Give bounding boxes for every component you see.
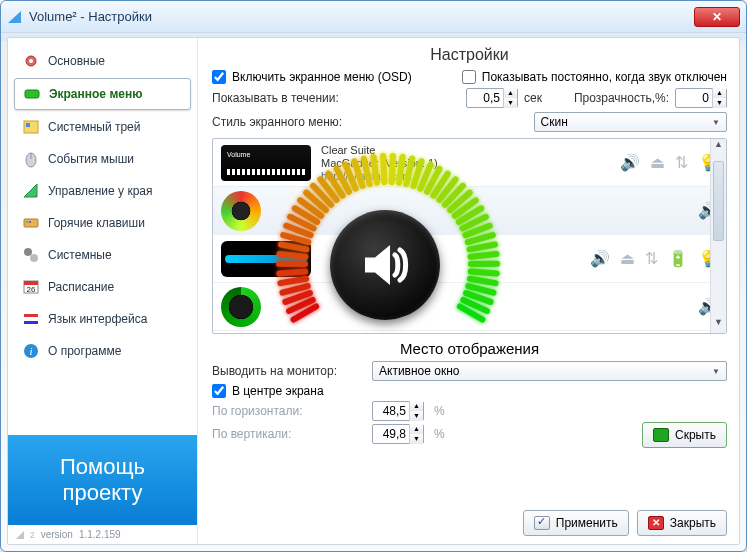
sidebar-item-label: О программе xyxy=(48,344,121,358)
show-when-muted-input[interactable] xyxy=(462,70,476,84)
style-select[interactable]: Скин ▼ xyxy=(534,112,727,132)
hide-button[interactable]: Скрыть xyxy=(642,422,727,448)
skin-url[interactable]: http:// viantart.com xyxy=(321,170,610,182)
window-close-button[interactable]: ✕ xyxy=(694,7,740,27)
svg-marker-0 xyxy=(8,11,21,23)
settings-icon xyxy=(22,52,40,70)
sidebar-item-language[interactable]: Язык интерфейса xyxy=(14,304,191,334)
sidebar-item-system[interactable]: Системные xyxy=(14,240,191,270)
scroll-thumb[interactable] xyxy=(713,161,724,241)
usb-icon: ⇅ xyxy=(645,249,658,268)
percent-label: % xyxy=(434,404,445,418)
sidebar-item-label: Экранное меню xyxy=(49,87,142,101)
show-when-muted-label: Показывать постоянно, когда звук отключе… xyxy=(482,70,727,84)
sidebar-item-schedule[interactable]: 26 Расписание xyxy=(14,272,191,302)
sidebar-item-label: Основные xyxy=(48,54,105,68)
close-icon: ✕ xyxy=(712,10,722,24)
duration-unit: сек xyxy=(524,91,542,105)
sidebar-item-hotkeys[interactable]: Горячие клавиши xyxy=(14,208,191,238)
horiz-spinner[interactable]: ▲▼ xyxy=(372,401,424,421)
skin-row[interactable]: Volume Clear Suite MacGadger (Version: 1… xyxy=(213,139,726,187)
spin-down-icon[interactable]: ▼ xyxy=(409,411,423,421)
vert-input[interactable] xyxy=(373,427,409,441)
scroll-up-icon[interactable]: ▲ xyxy=(711,139,726,155)
enable-osd-input[interactable] xyxy=(212,70,226,84)
skin-row[interactable]: 🔊 xyxy=(213,283,726,331)
spin-down-icon[interactable]: ▼ xyxy=(409,434,423,444)
spin-up-icon[interactable]: ▲ xyxy=(712,88,726,98)
duration-input[interactable] xyxy=(467,91,503,105)
mouse-icon xyxy=(22,150,40,168)
transparency-input[interactable] xyxy=(676,91,712,105)
skin-row[interactable]: 🔊 xyxy=(213,187,726,235)
sidebar-item-osd[interactable]: Экранное меню xyxy=(14,78,191,110)
sidebar-item-label: Системный трей xyxy=(48,120,141,134)
svg-rect-18 xyxy=(24,314,38,317)
spin-down-icon[interactable]: ▼ xyxy=(712,98,726,108)
transparency-label: Прозрачность,%: xyxy=(574,91,669,105)
sidebar-item-mouse[interactable]: События мыши xyxy=(14,144,191,174)
donate-button[interactable]: Помощь проекту xyxy=(8,435,197,525)
spin-up-icon[interactable]: ▲ xyxy=(503,88,517,98)
spin-up-icon[interactable]: ▲ xyxy=(409,424,423,434)
close-button[interactable]: Закрыть xyxy=(637,510,727,536)
chevron-down-icon: ▼ xyxy=(712,367,720,376)
sidebar-item-label: Расписание xyxy=(48,280,114,294)
svg-point-12 xyxy=(24,248,32,256)
sidebar-item-about[interactable]: i О программе xyxy=(14,336,191,366)
close-label: Закрыть xyxy=(670,516,716,530)
sidebar-item-label: Системные xyxy=(48,248,112,262)
svg-rect-10 xyxy=(26,221,28,223)
checkbox-show-when-muted[interactable]: Показывать постоянно, когда звук отключе… xyxy=(462,70,727,84)
version-footer: 2 version 1.1.2.159 xyxy=(8,525,197,544)
sidebar-item-edge[interactable]: Управление у края xyxy=(14,176,191,206)
titlebar: Volume² - Настройки ✕ xyxy=(1,1,746,33)
checkbox-center-screen[interactable]: В центре экрана xyxy=(212,384,324,398)
monitor-selected: Активное окно xyxy=(379,364,460,378)
apply-label: Применить xyxy=(556,516,618,530)
sidebar-item-general[interactable]: Основные xyxy=(14,46,191,76)
checkbox-enable-osd[interactable]: Включить экранное меню (OSD) xyxy=(212,70,412,84)
svg-rect-3 xyxy=(25,90,39,98)
center-screen-input[interactable] xyxy=(212,384,226,398)
horiz-label: По горизонтали: xyxy=(212,404,362,418)
version-icon xyxy=(16,531,24,539)
sidebar-item-tray[interactable]: Системный трей xyxy=(14,112,191,142)
version-number: 1.1.2.159 xyxy=(79,529,121,540)
osd-icon xyxy=(23,85,41,103)
eject-icon: ⏏ xyxy=(650,153,665,172)
scrollbar[interactable]: ▲ ▼ xyxy=(710,139,726,333)
duration-label: Показывать в течении: xyxy=(212,91,339,105)
eject-icon: ⏏ xyxy=(620,249,635,268)
hide-icon xyxy=(653,428,669,442)
edge-icon xyxy=(22,182,40,200)
spin-down-icon[interactable]: ▼ xyxy=(503,98,517,108)
tray-icon xyxy=(22,118,40,136)
skin-row[interactable]: 🔊⏏⇅🔋💡 xyxy=(213,235,726,283)
app-icon xyxy=(7,9,23,25)
svg-rect-5 xyxy=(26,123,30,127)
svg-rect-19 xyxy=(24,321,38,324)
about-icon: i xyxy=(22,342,40,360)
vert-label: По вертикали: xyxy=(212,427,362,441)
placement-heading: Место отображения xyxy=(212,340,727,357)
speaker-icon: 🔊 xyxy=(620,153,640,172)
calendar-icon: 26 xyxy=(22,278,40,296)
transparency-spinner[interactable]: ▲▼ xyxy=(675,88,727,108)
skin-sub: MacGadger (Version: 1) xyxy=(321,157,610,169)
svg-text:26: 26 xyxy=(27,285,36,294)
percent-label: % xyxy=(434,427,445,441)
battery-icon: 🔋 xyxy=(668,249,688,268)
apply-button[interactable]: Применить xyxy=(523,510,629,536)
spin-up-icon[interactable]: ▲ xyxy=(409,401,423,411)
version-mark: 2 xyxy=(30,530,35,540)
scroll-down-icon[interactable]: ▼ xyxy=(711,317,726,333)
horiz-input[interactable] xyxy=(373,404,409,418)
system-icon xyxy=(22,246,40,264)
vert-spinner[interactable]: ▲▼ xyxy=(372,424,424,444)
monitor-select[interactable]: Активное окно ▼ xyxy=(372,361,727,381)
monitor-label: Выводить на монитор: xyxy=(212,364,362,378)
duration-spinner[interactable]: ▲▼ xyxy=(466,88,518,108)
skin-name: Clear Suite xyxy=(321,144,610,156)
center-screen-label: В центре экрана xyxy=(232,384,324,398)
